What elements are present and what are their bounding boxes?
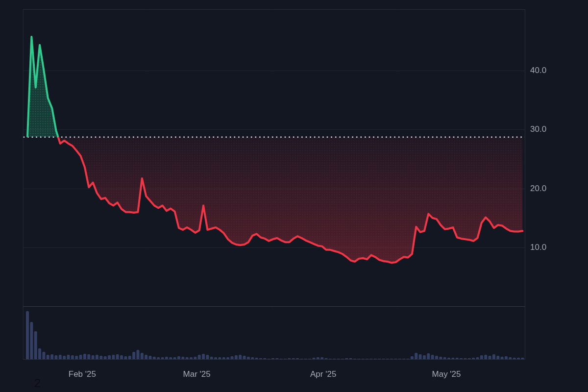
page-indicator: 2 [34, 377, 41, 389]
chart-panel: 40.030.020.010.0Feb '25Mar '25Apr '25May… [0, 0, 588, 392]
price-volume-chart[interactable] [0, 0, 588, 392]
